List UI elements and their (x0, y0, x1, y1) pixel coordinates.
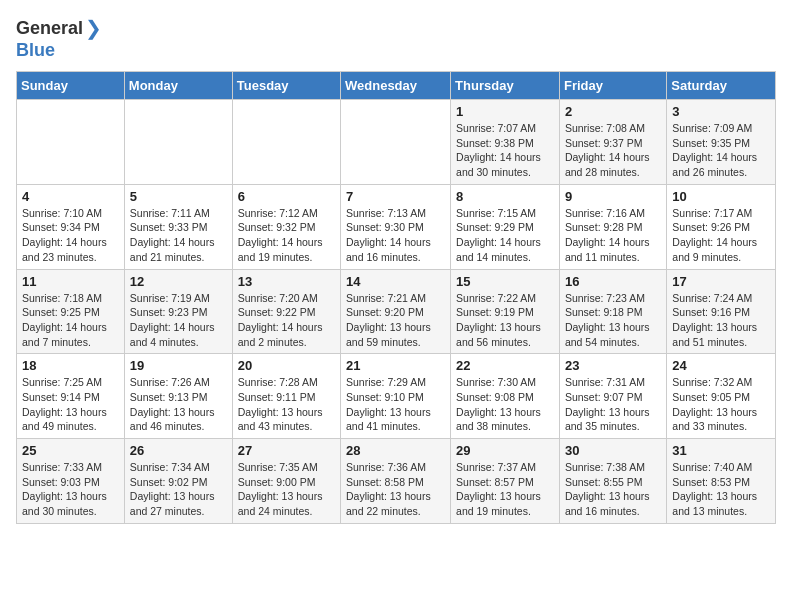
page-header: General ❯ Blue (16, 16, 776, 61)
day-cell: 17Sunrise: 7:24 AM Sunset: 9:16 PM Dayli… (667, 269, 776, 354)
day-number: 8 (456, 189, 554, 204)
day-info-text: Sunrise: 7:15 AM Sunset: 9:29 PM Dayligh… (456, 206, 554, 265)
day-number: 1 (456, 104, 554, 119)
day-cell (17, 100, 125, 185)
day-info-text: Sunrise: 7:09 AM Sunset: 9:35 PM Dayligh… (672, 121, 770, 180)
day-cell: 22Sunrise: 7:30 AM Sunset: 9:08 PM Dayli… (451, 354, 560, 439)
header-cell-monday: Monday (124, 72, 232, 100)
header-row: SundayMondayTuesdayWednesdayThursdayFrid… (17, 72, 776, 100)
day-info-text: Sunrise: 7:29 AM Sunset: 9:10 PM Dayligh… (346, 375, 445, 434)
day-number: 27 (238, 443, 335, 458)
day-info-text: Sunrise: 7:19 AM Sunset: 9:23 PM Dayligh… (130, 291, 227, 350)
day-number: 5 (130, 189, 227, 204)
day-cell: 16Sunrise: 7:23 AM Sunset: 9:18 PM Dayli… (559, 269, 666, 354)
header-cell-sunday: Sunday (17, 72, 125, 100)
day-number: 15 (456, 274, 554, 289)
day-number: 10 (672, 189, 770, 204)
day-info-text: Sunrise: 7:20 AM Sunset: 9:22 PM Dayligh… (238, 291, 335, 350)
day-number: 22 (456, 358, 554, 373)
day-info-text: Sunrise: 7:40 AM Sunset: 8:53 PM Dayligh… (672, 460, 770, 519)
day-cell: 8Sunrise: 7:15 AM Sunset: 9:29 PM Daylig… (451, 184, 560, 269)
logo-blue-text: Blue (16, 40, 55, 61)
day-number: 3 (672, 104, 770, 119)
day-cell: 25Sunrise: 7:33 AM Sunset: 9:03 PM Dayli… (17, 439, 125, 524)
week-row-1: 1Sunrise: 7:07 AM Sunset: 9:38 PM Daylig… (17, 100, 776, 185)
day-cell: 11Sunrise: 7:18 AM Sunset: 9:25 PM Dayli… (17, 269, 125, 354)
day-cell: 14Sunrise: 7:21 AM Sunset: 9:20 PM Dayli… (341, 269, 451, 354)
day-info-text: Sunrise: 7:21 AM Sunset: 9:20 PM Dayligh… (346, 291, 445, 350)
header-cell-tuesday: Tuesday (232, 72, 340, 100)
day-info-text: Sunrise: 7:07 AM Sunset: 9:38 PM Dayligh… (456, 121, 554, 180)
day-cell: 24Sunrise: 7:32 AM Sunset: 9:05 PM Dayli… (667, 354, 776, 439)
day-info-text: Sunrise: 7:34 AM Sunset: 9:02 PM Dayligh… (130, 460, 227, 519)
day-cell: 26Sunrise: 7:34 AM Sunset: 9:02 PM Dayli… (124, 439, 232, 524)
day-cell: 18Sunrise: 7:25 AM Sunset: 9:14 PM Dayli… (17, 354, 125, 439)
day-number: 4 (22, 189, 119, 204)
day-cell: 30Sunrise: 7:38 AM Sunset: 8:55 PM Dayli… (559, 439, 666, 524)
header-cell-friday: Friday (559, 72, 666, 100)
day-cell: 7Sunrise: 7:13 AM Sunset: 9:30 PM Daylig… (341, 184, 451, 269)
week-row-5: 25Sunrise: 7:33 AM Sunset: 9:03 PM Dayli… (17, 439, 776, 524)
day-info-text: Sunrise: 7:24 AM Sunset: 9:16 PM Dayligh… (672, 291, 770, 350)
day-number: 17 (672, 274, 770, 289)
day-info-text: Sunrise: 7:36 AM Sunset: 8:58 PM Dayligh… (346, 460, 445, 519)
logo-bird-icon: ❯ (85, 16, 102, 40)
day-info-text: Sunrise: 7:31 AM Sunset: 9:07 PM Dayligh… (565, 375, 661, 434)
day-cell: 23Sunrise: 7:31 AM Sunset: 9:07 PM Dayli… (559, 354, 666, 439)
day-cell: 5Sunrise: 7:11 AM Sunset: 9:33 PM Daylig… (124, 184, 232, 269)
day-number: 28 (346, 443, 445, 458)
calendar-header: SundayMondayTuesdayWednesdayThursdayFrid… (17, 72, 776, 100)
day-number: 19 (130, 358, 227, 373)
day-cell: 9Sunrise: 7:16 AM Sunset: 9:28 PM Daylig… (559, 184, 666, 269)
day-cell (341, 100, 451, 185)
day-info-text: Sunrise: 7:28 AM Sunset: 9:11 PM Dayligh… (238, 375, 335, 434)
day-cell (124, 100, 232, 185)
day-cell: 15Sunrise: 7:22 AM Sunset: 9:19 PM Dayli… (451, 269, 560, 354)
day-number: 20 (238, 358, 335, 373)
day-number: 6 (238, 189, 335, 204)
day-cell: 2Sunrise: 7:08 AM Sunset: 9:37 PM Daylig… (559, 100, 666, 185)
week-row-3: 11Sunrise: 7:18 AM Sunset: 9:25 PM Dayli… (17, 269, 776, 354)
day-cell: 6Sunrise: 7:12 AM Sunset: 9:32 PM Daylig… (232, 184, 340, 269)
day-number: 21 (346, 358, 445, 373)
day-info-text: Sunrise: 7:32 AM Sunset: 9:05 PM Dayligh… (672, 375, 770, 434)
day-number: 2 (565, 104, 661, 119)
calendar-body: 1Sunrise: 7:07 AM Sunset: 9:38 PM Daylig… (17, 100, 776, 524)
day-number: 13 (238, 274, 335, 289)
day-number: 9 (565, 189, 661, 204)
week-row-4: 18Sunrise: 7:25 AM Sunset: 9:14 PM Dayli… (17, 354, 776, 439)
calendar-table: SundayMondayTuesdayWednesdayThursdayFrid… (16, 71, 776, 524)
header-cell-thursday: Thursday (451, 72, 560, 100)
day-number: 16 (565, 274, 661, 289)
day-number: 23 (565, 358, 661, 373)
day-number: 26 (130, 443, 227, 458)
day-cell: 31Sunrise: 7:40 AM Sunset: 8:53 PM Dayli… (667, 439, 776, 524)
day-info-text: Sunrise: 7:18 AM Sunset: 9:25 PM Dayligh… (22, 291, 119, 350)
day-number: 24 (672, 358, 770, 373)
day-number: 12 (130, 274, 227, 289)
day-cell: 3Sunrise: 7:09 AM Sunset: 9:35 PM Daylig… (667, 100, 776, 185)
day-cell: 19Sunrise: 7:26 AM Sunset: 9:13 PM Dayli… (124, 354, 232, 439)
header-cell-saturday: Saturday (667, 72, 776, 100)
day-cell: 29Sunrise: 7:37 AM Sunset: 8:57 PM Dayli… (451, 439, 560, 524)
day-info-text: Sunrise: 7:33 AM Sunset: 9:03 PM Dayligh… (22, 460, 119, 519)
day-cell: 4Sunrise: 7:10 AM Sunset: 9:34 PM Daylig… (17, 184, 125, 269)
day-cell: 1Sunrise: 7:07 AM Sunset: 9:38 PM Daylig… (451, 100, 560, 185)
day-cell: 28Sunrise: 7:36 AM Sunset: 8:58 PM Dayli… (341, 439, 451, 524)
day-info-text: Sunrise: 7:16 AM Sunset: 9:28 PM Dayligh… (565, 206, 661, 265)
day-cell (232, 100, 340, 185)
day-number: 29 (456, 443, 554, 458)
day-info-text: Sunrise: 7:37 AM Sunset: 8:57 PM Dayligh… (456, 460, 554, 519)
day-info-text: Sunrise: 7:25 AM Sunset: 9:14 PM Dayligh… (22, 375, 119, 434)
day-cell: 21Sunrise: 7:29 AM Sunset: 9:10 PM Dayli… (341, 354, 451, 439)
day-info-text: Sunrise: 7:17 AM Sunset: 9:26 PM Dayligh… (672, 206, 770, 265)
day-number: 30 (565, 443, 661, 458)
day-info-text: Sunrise: 7:22 AM Sunset: 9:19 PM Dayligh… (456, 291, 554, 350)
day-info-text: Sunrise: 7:23 AM Sunset: 9:18 PM Dayligh… (565, 291, 661, 350)
day-info-text: Sunrise: 7:12 AM Sunset: 9:32 PM Dayligh… (238, 206, 335, 265)
day-info-text: Sunrise: 7:26 AM Sunset: 9:13 PM Dayligh… (130, 375, 227, 434)
day-number: 14 (346, 274, 445, 289)
day-cell: 12Sunrise: 7:19 AM Sunset: 9:23 PM Dayli… (124, 269, 232, 354)
day-info-text: Sunrise: 7:13 AM Sunset: 9:30 PM Dayligh… (346, 206, 445, 265)
logo-general-text: General (16, 18, 83, 39)
